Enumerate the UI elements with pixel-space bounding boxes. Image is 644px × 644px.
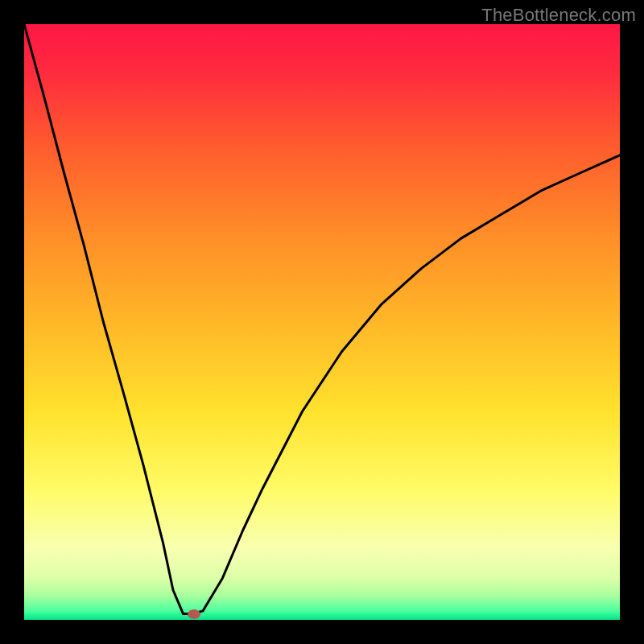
plot-area: [24, 24, 620, 620]
watermark-text: TheBottleneck.com: [481, 5, 636, 26]
bottleneck-curve: [24, 24, 620, 614]
optimum-marker: [188, 609, 200, 619]
chart-container: TheBottleneck.com: [0, 0, 644, 644]
curve-svg: [24, 24, 620, 620]
